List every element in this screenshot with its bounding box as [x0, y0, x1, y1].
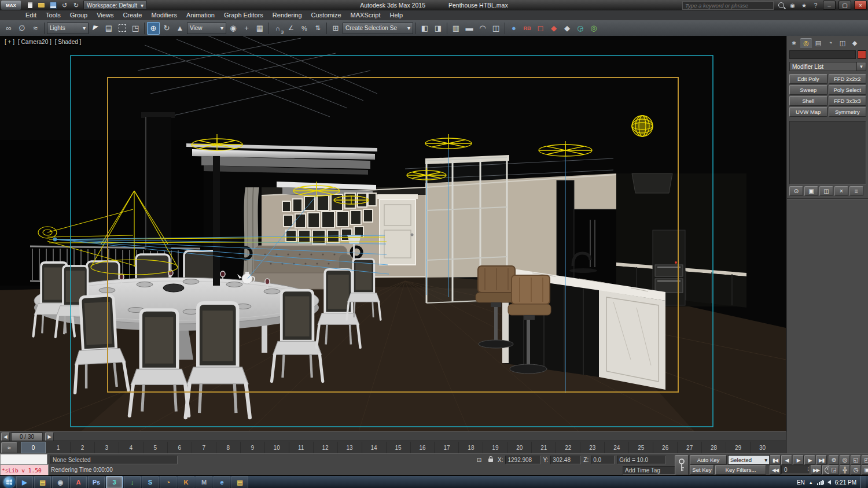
play-animation-icon[interactable]: ▶: [793, 455, 804, 465]
menu-item[interactable]: MAXScript: [346, 10, 385, 20]
search-icon[interactable]: [777, 1, 785, 9]
menu-item[interactable]: Views: [92, 10, 118, 20]
modifier-button[interactable]: Poly Select: [829, 85, 867, 95]
graphite-ribbon-toggle-icon[interactable]: ▬: [463, 22, 476, 35]
modifier-button[interactable]: UVW Map: [789, 107, 827, 117]
time-step-forward-icon[interactable]: ▶: [45, 432, 54, 441]
menu-item[interactable]: Tools: [41, 10, 65, 20]
display-tab-icon[interactable]: ◫: [837, 38, 848, 48]
modifier-button[interactable]: Symmetry: [829, 107, 867, 117]
frame-tick[interactable]: 19: [483, 442, 507, 453]
schematic-view-icon[interactable]: ◫: [490, 22, 502, 35]
previous-frame-icon[interactable]: ◀: [781, 455, 792, 465]
remove-modifier-icon[interactable]: ×: [834, 186, 848, 196]
rectangular-selection-region-icon[interactable]: [116, 22, 128, 35]
snaps-toggle-icon[interactable]: ∩3: [271, 22, 284, 35]
taskbar-kmplayer-icon[interactable]: K: [178, 476, 194, 488]
key-filters-button[interactable]: Key Filters...: [715, 465, 766, 475]
open-file-icon[interactable]: [37, 1, 46, 9]
show-desktop-button[interactable]: [860, 476, 866, 488]
taskbar-control-panel-icon[interactable]: ◉: [52, 476, 69, 488]
taskbar-explorer-icon[interactable]: ▤: [34, 476, 51, 488]
frame-tick[interactable]: 8: [216, 442, 240, 453]
object-color-swatch[interactable]: [858, 50, 866, 59]
render-in-cloud-icon[interactable]: ◎: [587, 22, 600, 35]
go-to-end-icon[interactable]: ▶▮: [816, 455, 827, 465]
create-tab-icon[interactable]: ∗: [788, 38, 800, 48]
taskbar-download-manager-icon[interactable]: ↓: [124, 476, 141, 488]
modifier-button[interactable]: Sweep: [789, 85, 827, 95]
utilities-tab-icon[interactable]: ◆: [849, 38, 860, 48]
frame-tick[interactable]: 21: [531, 442, 556, 453]
time-step-back-icon[interactable]: ◀: [1, 432, 10, 441]
frame-tick[interactable]: 1: [46, 442, 70, 453]
time-slider[interactable]: ◀ 0 / 30 ▶: [0, 431, 786, 441]
spinner-down-icon[interactable]: ▾: [807, 469, 809, 472]
maxscript-mini-listener-output[interactable]: [0, 454, 47, 465]
frame-tick[interactable]: 9: [240, 442, 264, 453]
frame-tick[interactable]: 2: [70, 442, 94, 453]
frame-tick[interactable]: 30: [750, 442, 774, 453]
selection-lock-icon[interactable]: [486, 456, 495, 464]
modifier-button[interactable]: FFD 3x3x3: [829, 96, 867, 106]
keyboard-shortcut-override-icon[interactable]: ▦: [253, 22, 266, 35]
viewport-camera-label[interactable]: [ Camera20 ]: [18, 39, 52, 45]
align-icon[interactable]: ◨: [432, 22, 444, 35]
start-button[interactable]: [3, 476, 15, 488]
set-keys-button[interactable]: [675, 455, 689, 475]
frame-tick[interactable]: 5: [143, 442, 167, 453]
z-coordinate-field[interactable]: 0.0: [591, 456, 615, 464]
zoom-all-icon[interactable]: ◎: [840, 455, 850, 465]
frame-tick[interactable]: 7: [192, 442, 216, 453]
show-end-result-icon[interactable]: ▣: [804, 186, 818, 196]
search-input[interactable]: [682, 1, 774, 10]
taskbar-media-player-icon[interactable]: ▶: [16, 476, 33, 488]
application-menu-button[interactable]: MAX: [1, 1, 21, 10]
y-coordinate-field[interactable]: 302.48: [550, 456, 581, 464]
select-and-manipulate-icon[interactable]: +: [240, 22, 253, 35]
frame-tick[interactable]: 26: [653, 442, 677, 453]
angle-snap-toggle-icon[interactable]: ∠: [285, 22, 297, 35]
zoom-extents-icon[interactable]: ◱: [851, 455, 861, 465]
window-crossing-toggle-icon[interactable]: ◳: [129, 22, 142, 35]
previous-key-icon[interactable]: ◀◀: [770, 465, 781, 475]
rendered-frame-window-icon[interactable]: ◻: [534, 22, 547, 35]
named-selection-sets-dropdown[interactable]: Create Selection Se▾: [343, 23, 413, 34]
zoom-icon[interactable]: ⊕: [829, 455, 839, 465]
select-object-icon[interactable]: ◤: [89, 22, 102, 35]
motion-tab-icon[interactable]: ◔: [825, 38, 836, 48]
maxscript-mini-listener-input[interactable]: *sLib v 1.50: [0, 464, 49, 476]
workspace-dropdown[interactable]: Workspace: Default ▾: [83, 1, 147, 10]
menu-item[interactable]: Group: [65, 10, 93, 20]
frame-tick[interactable]: 28: [701, 442, 726, 453]
configure-modifier-sets-icon[interactable]: ≡: [849, 186, 863, 196]
menu-item[interactable]: Animation: [182, 10, 219, 20]
object-name-field[interactable]: [789, 50, 856, 59]
menu-item[interactable]: Customize: [307, 10, 346, 20]
menu-item[interactable]: Edit: [21, 10, 41, 20]
taskbar-media-classic-icon[interactable]: M: [196, 476, 212, 488]
menu-item[interactable]: Graph Editors: [219, 10, 268, 20]
favorites-star-icon[interactable]: ★: [800, 1, 808, 9]
unlink-selection-icon[interactable]: ∅: [16, 22, 28, 35]
orbit-icon[interactable]: ◷: [851, 465, 861, 475]
reference-coordinate-system-dropdown[interactable]: View▾: [187, 23, 226, 34]
percent-snap-toggle-icon[interactable]: %: [298, 22, 311, 35]
make-unique-icon[interactable]: ◫: [819, 186, 833, 196]
hierarchy-tab-icon[interactable]: ▤: [812, 38, 824, 48]
taskbar-photoshop-icon[interactable]: Ps: [88, 476, 105, 488]
frame-tick[interactable]: 18: [458, 442, 483, 453]
edit-named-selection-sets-icon[interactable]: ⊞: [329, 22, 342, 35]
key-filter-mode-dropdown[interactable]: Selected▾: [728, 455, 770, 465]
bind-to-space-warp-icon[interactable]: ≈: [29, 22, 42, 35]
taskbar-folder-icon[interactable]: ▤: [231, 476, 248, 488]
pan-view-icon[interactable]: ╬: [840, 465, 850, 475]
track-bar[interactable]: ≈ 01234567891011121314151617181920212223…: [0, 441, 786, 454]
minimize-button[interactable]: –: [823, 1, 836, 10]
auto-key-button[interactable]: Auto Key: [690, 455, 727, 465]
next-frame-icon[interactable]: ▶: [804, 455, 815, 465]
render-iterative-icon[interactable]: ◆: [561, 22, 573, 35]
modify-tab-icon[interactable]: ◎: [800, 38, 812, 48]
redo-icon[interactable]: ↻: [72, 1, 80, 9]
frame-tick[interactable]: 17: [434, 442, 458, 453]
